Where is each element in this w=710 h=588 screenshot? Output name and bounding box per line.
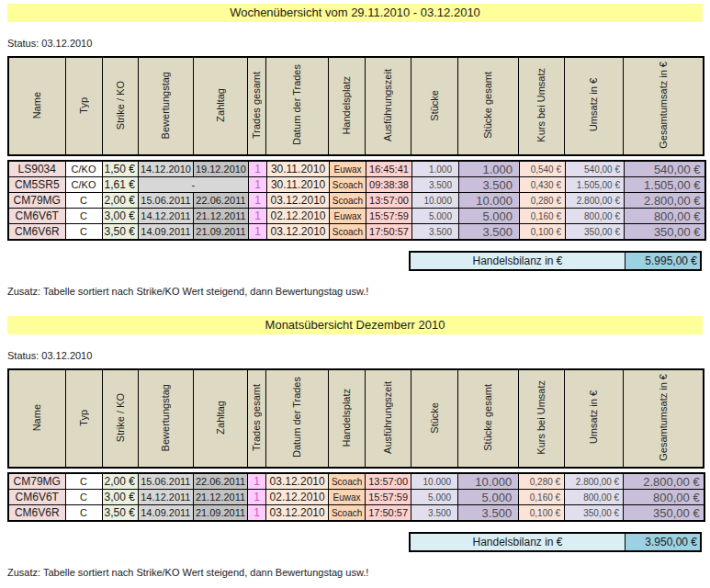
cell-datum: 30.11.2010 — [267, 161, 330, 177]
cell-stk: 10.000 — [411, 473, 458, 490]
header-label: Umsatz in € — [588, 78, 599, 131]
header-cell-gesamt: Gesamtumsatz in € — [623, 57, 704, 155]
header-label: Stücke — [429, 90, 440, 121]
cell-trades: 1 — [249, 177, 267, 193]
cell-zahl: 21.12.2011 — [193, 490, 247, 505]
report-sheet: Wochenübersicht vom 29.11.2010 - 03.12.2… — [0, 0, 710, 579]
cell-bew: 14.09.2011 — [138, 224, 193, 241]
month-status-text: Status: 03.12.2010 — [7, 350, 710, 362]
cell-stk: 3.500 — [412, 177, 459, 193]
header-label: Handelsplatz — [341, 389, 352, 447]
header-cell-zahl: Zahltag — [193, 57, 247, 155]
header-label: Stücke gesamt — [482, 72, 493, 139]
cell-platz: Scoach — [330, 177, 366, 193]
cell-gesamt: 350,00 € — [624, 505, 704, 522]
cell-kurs: 0,280 € — [519, 473, 565, 490]
cell-stkges: 10.000 — [458, 473, 519, 490]
cell-typ: C — [65, 193, 102, 209]
cell-datum: 30.11.2010 — [267, 177, 330, 193]
cell-typ: C — [65, 209, 102, 224]
cell-typ: C — [65, 490, 102, 505]
cell-datum: 03.12.2010 — [267, 193, 330, 209]
cell-zeit: 17:50:57 — [366, 224, 412, 241]
header-label: Trades gesamt — [251, 72, 262, 139]
header-label: Name — [31, 404, 42, 431]
week-status-text: Status: 03.12.2010 — [7, 38, 710, 50]
cell-strike: 3,00 € — [102, 209, 138, 224]
header-label: Strike / KO — [115, 81, 126, 130]
cell-trades: 1 — [249, 193, 267, 209]
table-row: CM6V6TC3,00 €14.12.201121.12.2011102.12.… — [8, 209, 705, 224]
header-label: Kurs bei Umsatz — [535, 68, 547, 142]
cell-zahl: 19.12.2010 — [193, 161, 248, 177]
week-trades-table: LS9034C/KO1,50 €14.12.201019.12.2010130.… — [7, 160, 706, 241]
cell-platz: Euwax — [329, 490, 366, 505]
header-cell-zeit: Ausführungszeit — [365, 57, 411, 155]
week-column-header-table: NameTypStrike / KOBewertungstagZahltagTr… — [7, 56, 704, 156]
cell-bew: 14.09.2011 — [138, 505, 193, 522]
balance-label: Handelsbilanz in € — [411, 253, 625, 269]
cell-zahl: 21.12.2011 — [193, 209, 248, 224]
table-row: CM5SR5C/KO1,61 €-130.11.2010Scoach09:38:… — [8, 177, 705, 193]
cell-stkges: 3.500 — [459, 177, 520, 193]
cell-umsatz: 800,00 € — [565, 490, 624, 505]
cell-kurs: 0,160 € — [520, 209, 566, 224]
cell-stkges: 5.000 — [459, 209, 520, 224]
cell-typ: C/KO — [65, 161, 102, 177]
cell-trades: 1 — [249, 209, 267, 224]
cell-stk: 5.000 — [412, 209, 459, 224]
balance-label: Handelsbilanz in € — [411, 534, 625, 550]
cell-datum: 03.12.2010 — [266, 505, 329, 522]
cell-stk: 5.000 — [411, 490, 458, 505]
cell-name: CM6V6T — [8, 209, 65, 224]
header-label: Gesamtumsatz in € — [658, 62, 669, 149]
month-trades-table: CM79MGC2,00 €15.06.201122.06.2011103.12.… — [7, 472, 705, 522]
cell-strike: 3,50 € — [102, 224, 138, 241]
cell-datum: 02.12.2010 — [267, 209, 330, 224]
header-cell-stk: Stücke — [411, 57, 457, 155]
cell-platz: Scoach — [330, 224, 366, 241]
header-label: Typ — [78, 410, 89, 426]
cell-bew: 14.12.2011 — [138, 209, 193, 224]
cell-strike: 3,00 € — [102, 490, 138, 505]
cell-platz: Scoach — [330, 193, 366, 209]
cell-platz: Euwax — [330, 161, 366, 177]
header-cell-stk: Stücke — [411, 369, 457, 468]
cell-stk: 10.000 — [412, 193, 459, 209]
week-report-title: Wochenübersicht vom 29.11.2010 - 03.12.2… — [7, 4, 703, 22]
balance-value: 5.995,00 € — [625, 253, 700, 269]
header-cell-bew: Bewertungstag — [138, 57, 193, 155]
cell-gesamt: 540,00 € — [625, 161, 705, 177]
cell-datum: 03.12.2010 — [266, 473, 329, 490]
cell-name: CM6V6R — [8, 224, 65, 241]
cell-datum: 02.12.2010 — [266, 490, 329, 505]
header-cell-strike: Strike / KO — [102, 57, 138, 155]
cell-gesamt: 1.505,00 € — [625, 177, 705, 193]
header-cell-kurs: Kurs bei Umsatz — [518, 369, 564, 468]
cell-umsatz: 800,00 € — [566, 209, 625, 224]
cell-zahl: 22.06.2011 — [193, 473, 247, 490]
cell-gesamt: 800,00 € — [624, 490, 704, 505]
cell-typ: C — [65, 473, 102, 490]
header-label: Gesamtumsatz in € — [658, 374, 669, 461]
cell-bew: 14.12.2010 — [138, 161, 193, 177]
cell-zeit: 13:57:00 — [366, 193, 412, 209]
cell-platz: Scoach — [329, 473, 366, 490]
header-label: Trades gesamt — [251, 384, 262, 451]
month-column-header-table: NameTypStrike / KOBewertungstagZahltagTr… — [7, 368, 704, 469]
header-cell-name: Name — [8, 57, 65, 155]
header-row: NameTypStrike / KOBewertungstagZahltagTr… — [8, 57, 704, 155]
header-cell-umsatz: Umsatz in € — [564, 57, 623, 155]
header-label: Stücke — [429, 402, 440, 434]
header-label: Typ — [78, 97, 89, 114]
header-cell-datum: Datum der Trades — [265, 369, 328, 468]
month-balance-row: Handelsbilanz in € 3.950,00 € — [409, 532, 702, 552]
cell-strike: 1,50 € — [102, 161, 138, 177]
table-row: CM6V6RC3,50 €14.09.201121.09.2011103.12.… — [8, 224, 705, 241]
month-footnote-text: Zusatz: Tabelle sortiert nach Strike/KO … — [7, 567, 710, 579]
cell-name: CM79MG — [8, 473, 65, 490]
week-report-section: Wochenübersicht vom 29.11.2010 - 03.12.2… — [7, 4, 710, 298]
header-label: Zahltag — [215, 88, 226, 122]
header-cell-platz: Handelsplatz — [328, 369, 365, 468]
header-cell-gesamt: Gesamtumsatz in € — [623, 369, 704, 468]
